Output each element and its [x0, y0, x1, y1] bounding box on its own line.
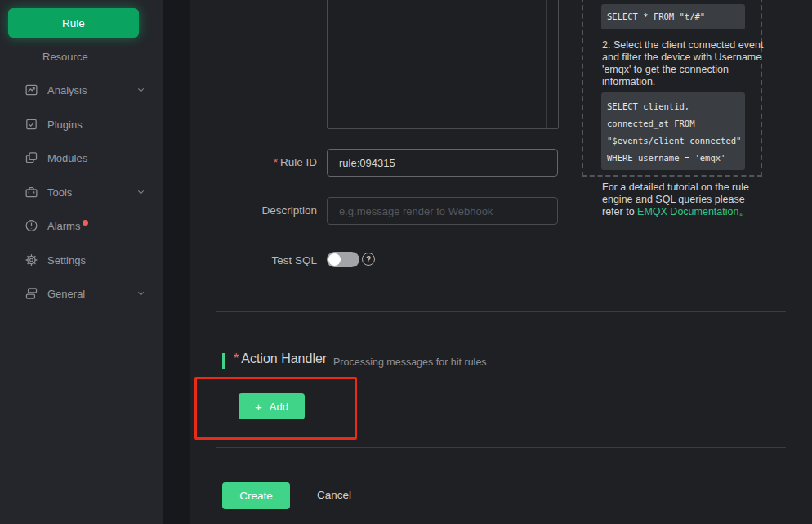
- sidebar-item-rule[interactable]: Rule: [8, 8, 139, 38]
- sidebar-item-plugins[interactable]: Plugins: [0, 107, 163, 141]
- sidebar-item-modules-label: Modules: [47, 151, 87, 163]
- create-button-label: Create: [239, 490, 273, 502]
- add-action-button[interactable]: + Add: [239, 393, 305, 419]
- sql-editor[interactable]: [327, 0, 559, 129]
- sidebar-item-general[interactable]: General: [0, 276, 163, 310]
- analysis-chart-icon: [25, 83, 38, 96]
- test-sql-toggle[interactable]: [327, 252, 359, 267]
- section-divider-bottom: [216, 447, 786, 448]
- sql-editor-scrollbar[interactable]: [546, 0, 547, 128]
- sidebar-item-modules[interactable]: Modules: [0, 141, 163, 174]
- alarm-badge-dot: [83, 220, 88, 226]
- toggle-knob: [328, 253, 341, 266]
- plugins-checkbox-icon: [25, 117, 38, 131]
- app-root: Rule Resource Analysis: [0, 0, 812, 524]
- action-handler-accent-bar: [222, 353, 225, 369]
- plus-icon: +: [255, 401, 262, 413]
- sidebar-item-rule-label: Rule: [62, 17, 85, 29]
- help-question-icon[interactable]: ?: [362, 253, 375, 266]
- sidebar: Rule Resource Analysis: [0, 0, 163, 524]
- sql-example-client-connected: SELECT clientid, connected_at FROM "$eve…: [601, 92, 745, 170]
- sidebar-item-resource[interactable]: Resource: [0, 39, 163, 73]
- test-sql-label: Test SQL: [190, 254, 317, 266]
- modules-copy-icon: [25, 150, 38, 164]
- sidebar-item-alarms-label: Alarms: [47, 219, 80, 231]
- description-input[interactable]: [327, 197, 558, 225]
- required-asterisk: *: [274, 156, 278, 168]
- cancel-button[interactable]: Cancel: [317, 489, 351, 501]
- add-button-label: Add: [270, 401, 288, 413]
- sidebar-item-settings-label: Settings: [47, 253, 86, 266]
- chevron-down-icon: [136, 84, 146, 95]
- code-line: WHERE username = 'emqx': [607, 150, 745, 167]
- sidebar-item-general-label: General: [47, 287, 85, 299]
- section-divider-top: [216, 311, 786, 312]
- sidebar-item-plugins-label: Plugins: [47, 118, 83, 130]
- rule-id-input[interactable]: [327, 149, 558, 177]
- description-label: Description: [190, 204, 317, 217]
- required-asterisk: *: [234, 352, 239, 365]
- tools-toolbox-icon: [25, 185, 38, 199]
- tutorial-period: 。: [738, 206, 749, 217]
- sidebar-item-tools-label: Tools: [47, 186, 72, 198]
- sql-example-basic: SELECT * FROM "t/#": [601, 4, 745, 29]
- sidebar-item-analysis[interactable]: Analysis: [0, 73, 163, 106]
- alarms-alert-icon: [25, 218, 38, 232]
- code-line: connected_at FROM: [607, 115, 745, 132]
- sidebar-item-tools[interactable]: Tools: [0, 175, 163, 208]
- code-line: SELECT clientid,: [607, 98, 745, 115]
- sidebar-item-settings[interactable]: Settings: [0, 243, 163, 276]
- sidebar-item-resource-label: Resource: [42, 50, 88, 62]
- settings-gear-icon: [25, 253, 38, 266]
- action-handler-title: *Action Handler: [234, 352, 327, 366]
- tutorial-text: For a detailed tutorial on the rule engi…: [602, 181, 766, 218]
- create-button[interactable]: Create: [222, 482, 290, 509]
- action-handler-subtitle: Processing messages for hit rules: [333, 356, 487, 368]
- help-step-2-text: 2. Select the client connected event and…: [602, 39, 764, 88]
- rule-id-label: *Rule ID: [190, 156, 317, 168]
- code-line: "$events/client_connected": [607, 132, 745, 150]
- general-stack-icon: [25, 286, 38, 300]
- cancel-button-label: Cancel: [317, 489, 351, 501]
- emqx-docs-link[interactable]: EMQX Documentation: [637, 206, 738, 217]
- chevron-down-icon: [136, 288, 146, 298]
- sidebar-item-analysis-label: Analysis: [47, 83, 87, 96]
- chevron-down-icon: [136, 186, 146, 197]
- sidebar-shadow-rail: [163, 0, 190, 524]
- sidebar-item-alarms[interactable]: Alarms: [0, 208, 163, 242]
